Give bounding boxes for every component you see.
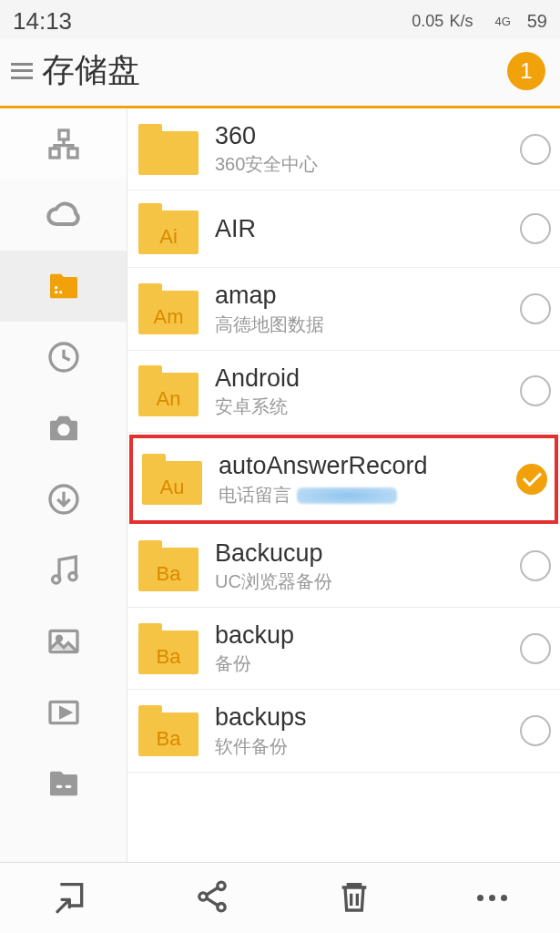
main: 360 360安全中心 Ai AIR Am amap 高德地图数据 A <box>0 108 560 877</box>
folder-name: Backucup <box>215 538 520 568</box>
folder-tag: Ba <box>138 562 199 586</box>
folder-subtitle: 备份 <box>215 651 520 676</box>
folder-icon: Ba <box>138 705 199 756</box>
folder-row[interactable]: Ba backups 软件备份 <box>127 690 560 772</box>
folder-row[interactable]: Ba Backucup UC浏览器备份 <box>127 526 560 608</box>
folder-subtitle: 360安全中心 <box>215 152 520 177</box>
folder-row[interactable]: 360 360安全中心 <box>127 108 560 190</box>
sidebar-image-icon[interactable] <box>0 606 127 677</box>
svg-point-21 <box>52 576 59 583</box>
folder-text: 360 360安全中心 <box>215 121 520 177</box>
select-radio[interactable] <box>520 293 551 324</box>
net-unit: K/s <box>449 12 473 31</box>
page-title: 存储盘 <box>42 48 140 93</box>
folder-name: backups <box>215 702 520 732</box>
status-right: 0.05 K/s 4G 59 <box>412 11 547 32</box>
folder-subtitle: 安卓系统 <box>215 395 520 419</box>
folder-text: backup 备份 <box>215 620 520 676</box>
select-radio[interactable] <box>520 375 551 406</box>
folder-name: autoAnswerRecord <box>219 451 516 480</box>
folder-name: backup <box>215 620 520 650</box>
folder-row[interactable]: An Android 安卓系统 <box>127 351 560 433</box>
select-radio[interactable] <box>520 550 551 581</box>
folder-tag: Ba <box>138 645 199 669</box>
delete-button[interactable] <box>336 878 372 918</box>
battery-pct: 59 <box>527 11 547 32</box>
folder-text: backups 软件备份 <box>215 702 520 758</box>
svg-point-16 <box>59 291 62 293</box>
folder-text: Android 安卓系统 <box>215 364 520 419</box>
sidebar-download-icon[interactable] <box>0 464 127 535</box>
folder-subtitle: 电话留言 <box>219 485 291 505</box>
folder-subtitle: 电话留言 <box>219 483 516 508</box>
svg-point-15 <box>55 291 57 293</box>
folder-icon: Ba <box>138 623 199 674</box>
signal-label: 4G <box>494 15 510 28</box>
sidebar-hidden-icon[interactable] <box>0 748 127 819</box>
folder-name: AIR <box>215 214 520 243</box>
folder-text: AIR <box>215 214 520 243</box>
sidebar-cloud-icon[interactable] <box>0 179 127 251</box>
header: 存储盘 1 <box>0 39 560 108</box>
folder-name: 360 <box>215 121 520 150</box>
folder-tag: Ba <box>138 727 199 751</box>
folder-tag: Ai <box>138 225 199 249</box>
svg-rect-13 <box>50 149 59 158</box>
folder-text: amap 高德地图数据 <box>215 281 520 336</box>
svg-rect-27 <box>65 785 71 788</box>
redacted-text <box>297 487 397 504</box>
folder-text: autoAnswerRecord 电话留言 <box>219 451 516 507</box>
folder-icon: Am <box>138 283 199 334</box>
folder-text: Backucup UC浏览器备份 <box>215 538 520 594</box>
menu-icon[interactable] <box>11 63 33 79</box>
folder-tag: Am <box>138 305 199 329</box>
sidebar-video-icon[interactable] <box>0 677 127 748</box>
more-button[interactable] <box>477 895 507 901</box>
folder-icon <box>138 124 199 175</box>
sidebar-storage-icon[interactable] <box>0 251 127 322</box>
folder-subtitle: 软件备份 <box>215 734 520 759</box>
svg-rect-26 <box>56 785 62 788</box>
status-time: 14:13 <box>13 7 72 36</box>
folder-subtitle: UC浏览器备份 <box>215 569 520 594</box>
sidebar-recent-icon[interactable] <box>0 322 127 393</box>
folder-name: Android <box>215 364 520 393</box>
bottom-toolbar <box>0 862 560 933</box>
selection-count-badge: 1 <box>507 52 545 90</box>
sidebar-music-icon[interactable] <box>0 535 127 606</box>
folder-icon: Au <box>142 454 202 505</box>
svg-rect-12 <box>59 130 68 139</box>
sidebar-category-icon[interactable] <box>0 108 127 179</box>
svg-point-19 <box>57 424 69 436</box>
select-radio[interactable] <box>516 464 547 495</box>
select-radio[interactable] <box>520 213 551 244</box>
folder-tag: Au <box>142 476 202 499</box>
folder-icon: An <box>138 365 199 416</box>
sidebar <box>0 108 127 877</box>
status-bar: 14:13 0.05 K/s 4G 59 <box>0 0 560 39</box>
folder-row[interactable]: Au autoAnswerRecord 电话留言 <box>129 435 558 523</box>
net-speed: 0.05 <box>412 12 443 31</box>
folder-icon: Ba <box>138 540 199 591</box>
folder-row[interactable]: Ba backup 备份 <box>127 608 560 690</box>
svg-point-17 <box>55 286 57 289</box>
select-radio[interactable] <box>520 633 551 664</box>
share-button[interactable] <box>194 878 230 918</box>
svg-point-22 <box>68 573 76 580</box>
folder-subtitle: 高德地图数据 <box>215 313 520 337</box>
sidebar-camera-icon[interactable] <box>0 393 127 464</box>
folder-row[interactable]: Am amap 高德地图数据 <box>127 268 560 350</box>
select-radio[interactable] <box>520 134 551 165</box>
folder-icon: Ai <box>138 203 199 254</box>
folder-name: amap <box>215 281 520 310</box>
folder-list[interactable]: 360 360安全中心 Ai AIR Am amap 高德地图数据 A <box>127 108 560 877</box>
select-radio[interactable] <box>520 715 551 746</box>
svg-rect-14 <box>68 149 77 158</box>
move-button[interactable] <box>53 878 89 918</box>
folder-tag: An <box>138 387 199 411</box>
folder-row[interactable]: Ai AIR <box>127 190 560 268</box>
